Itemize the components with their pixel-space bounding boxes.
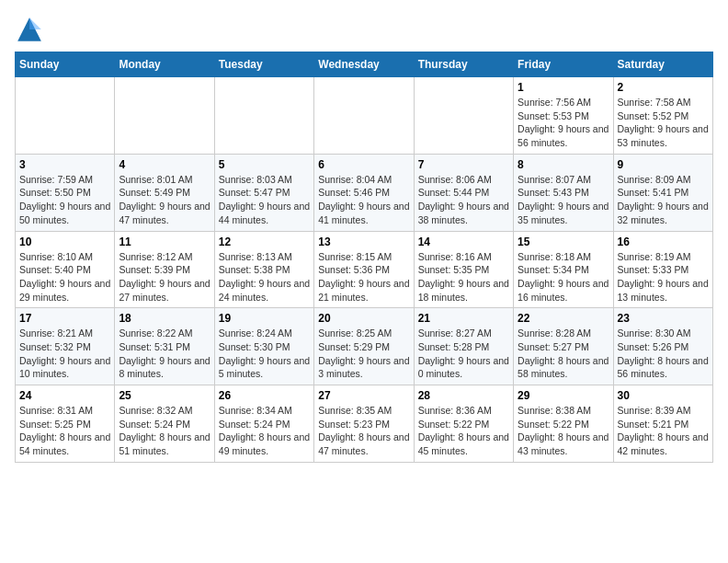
day-info: Sunrise: 7:58 AMSunset: 5:52 PMDaylight:… — [618, 96, 709, 150]
calendar-cell: 24Sunrise: 8:31 AMSunset: 5:25 PMDayligh… — [16, 385, 115, 463]
calendar-cell — [16, 77, 115, 155]
day-info: Sunrise: 8:16 AMSunset: 5:35 PMDaylight:… — [418, 250, 509, 304]
day-info: Sunrise: 8:07 AMSunset: 5:43 PMDaylight:… — [518, 173, 609, 227]
day-number: 11 — [119, 236, 210, 248]
day-info: Sunrise: 8:27 AMSunset: 5:28 PMDaylight:… — [418, 327, 509, 381]
day-number: 26 — [219, 389, 310, 402]
day-number: 2 — [618, 81, 709, 94]
calendar-header-row: SundayMondayTuesdayWednesdayThursdayFrid… — [16, 52, 713, 77]
calendar-cell: 5Sunrise: 8:03 AMSunset: 5:47 PMDaylight… — [214, 154, 313, 231]
day-info: Sunrise: 8:21 AMSunset: 5:32 PMDaylight:… — [19, 327, 110, 381]
calendar-cell: 26Sunrise: 8:34 AMSunset: 5:24 PMDayligh… — [214, 385, 313, 463]
day-number: 12 — [219, 236, 310, 248]
day-number: 4 — [119, 158, 210, 171]
day-number: 3 — [19, 158, 110, 171]
day-info: Sunrise: 8:09 AMSunset: 5:41 PMDaylight:… — [618, 173, 709, 227]
day-info: Sunrise: 8:35 AMSunset: 5:23 PMDaylight:… — [318, 404, 409, 458]
day-number: 21 — [418, 312, 509, 325]
calendar-cell: 30Sunrise: 8:39 AMSunset: 5:21 PMDayligh… — [613, 385, 712, 463]
day-info: Sunrise: 8:18 AMSunset: 5:34 PMDaylight:… — [518, 250, 609, 304]
day-info: Sunrise: 8:30 AMSunset: 5:26 PMDaylight:… — [618, 327, 709, 381]
day-info: Sunrise: 8:22 AMSunset: 5:31 PMDaylight:… — [119, 327, 210, 381]
day-info: Sunrise: 8:25 AMSunset: 5:29 PMDaylight:… — [318, 327, 409, 381]
calendar-cell: 27Sunrise: 8:35 AMSunset: 5:23 PMDayligh… — [314, 385, 414, 463]
calendar-week-row: 24Sunrise: 8:31 AMSunset: 5:25 PMDayligh… — [16, 385, 713, 463]
day-info: Sunrise: 8:39 AMSunset: 5:21 PMDaylight:… — [618, 404, 709, 458]
day-info: Sunrise: 8:04 AMSunset: 5:46 PMDaylight:… — [318, 173, 409, 227]
calendar-cell: 10Sunrise: 8:10 AMSunset: 5:40 PMDayligh… — [16, 231, 115, 308]
calendar-cell: 19Sunrise: 8:24 AMSunset: 5:30 PMDayligh… — [214, 308, 313, 385]
calendar-cell: 23Sunrise: 8:30 AMSunset: 5:26 PMDayligh… — [613, 308, 712, 385]
calendar: SundayMondayTuesdayWednesdayThursdayFrid… — [15, 52, 713, 463]
day-header: Wednesday — [314, 52, 414, 77]
day-header: Monday — [115, 52, 214, 77]
calendar-week-row: 3Sunrise: 7:59 AMSunset: 5:50 PMDaylight… — [16, 154, 713, 231]
calendar-cell: 1Sunrise: 7:56 AMSunset: 5:53 PMDaylight… — [514, 77, 613, 155]
day-info: Sunrise: 8:03 AMSunset: 5:47 PMDaylight:… — [219, 173, 310, 227]
day-number: 13 — [318, 236, 409, 248]
day-header: Thursday — [414, 52, 513, 77]
day-info: Sunrise: 8:34 AMSunset: 5:24 PMDaylight:… — [219, 404, 310, 458]
day-number: 7 — [418, 158, 509, 171]
day-number: 25 — [119, 389, 210, 402]
day-header: Tuesday — [214, 52, 313, 77]
page-header — [15, 15, 713, 44]
calendar-cell: 21Sunrise: 8:27 AMSunset: 5:28 PMDayligh… — [414, 308, 513, 385]
day-number: 19 — [219, 312, 310, 325]
calendar-cell: 13Sunrise: 8:15 AMSunset: 5:36 PMDayligh… — [314, 231, 414, 308]
calendar-cell: 20Sunrise: 8:25 AMSunset: 5:29 PMDayligh… — [314, 308, 414, 385]
calendar-cell: 12Sunrise: 8:13 AMSunset: 5:38 PMDayligh… — [214, 231, 313, 308]
day-number: 29 — [518, 389, 609, 402]
calendar-cell: 18Sunrise: 8:22 AMSunset: 5:31 PMDayligh… — [115, 308, 214, 385]
calendar-cell — [414, 77, 513, 155]
day-number: 14 — [418, 236, 509, 248]
logo — [15, 15, 48, 44]
day-number: 5 — [219, 158, 310, 171]
calendar-cell: 22Sunrise: 8:28 AMSunset: 5:27 PMDayligh… — [514, 308, 613, 385]
calendar-cell: 15Sunrise: 8:18 AMSunset: 5:34 PMDayligh… — [514, 231, 613, 308]
day-info: Sunrise: 8:32 AMSunset: 5:24 PMDaylight:… — [119, 404, 210, 458]
day-info: Sunrise: 7:59 AMSunset: 5:50 PMDaylight:… — [19, 173, 110, 227]
day-number: 18 — [119, 312, 210, 325]
day-info: Sunrise: 8:31 AMSunset: 5:25 PMDaylight:… — [19, 404, 110, 458]
calendar-cell: 14Sunrise: 8:16 AMSunset: 5:35 PMDayligh… — [414, 231, 513, 308]
day-number: 27 — [318, 389, 409, 402]
day-number: 30 — [618, 389, 709, 402]
calendar-cell: 6Sunrise: 8:04 AMSunset: 5:46 PMDaylight… — [314, 154, 414, 231]
calendar-cell — [214, 77, 313, 155]
day-number: 1 — [518, 81, 609, 94]
day-header: Sunday — [16, 52, 115, 77]
calendar-cell — [314, 77, 414, 155]
calendar-cell: 25Sunrise: 8:32 AMSunset: 5:24 PMDayligh… — [115, 385, 214, 463]
day-info: Sunrise: 8:12 AMSunset: 5:39 PMDaylight:… — [119, 250, 210, 304]
calendar-cell — [115, 77, 214, 155]
day-info: Sunrise: 8:01 AMSunset: 5:49 PMDaylight:… — [119, 173, 210, 227]
calendar-week-row: 17Sunrise: 8:21 AMSunset: 5:32 PMDayligh… — [16, 308, 713, 385]
calendar-week-row: 10Sunrise: 8:10 AMSunset: 5:40 PMDayligh… — [16, 231, 713, 308]
day-number: 10 — [19, 236, 110, 248]
day-number: 28 — [418, 389, 509, 402]
day-number: 23 — [618, 312, 709, 325]
day-header: Friday — [514, 52, 613, 77]
day-info: Sunrise: 8:06 AMSunset: 5:44 PMDaylight:… — [418, 173, 509, 227]
day-info: Sunrise: 8:24 AMSunset: 5:30 PMDaylight:… — [219, 327, 310, 381]
logo-icon — [15, 15, 44, 44]
calendar-cell: 9Sunrise: 8:09 AMSunset: 5:41 PMDaylight… — [613, 154, 712, 231]
calendar-cell: 16Sunrise: 8:19 AMSunset: 5:33 PMDayligh… — [613, 231, 712, 308]
day-info: Sunrise: 7:56 AMSunset: 5:53 PMDaylight:… — [518, 96, 609, 150]
day-info: Sunrise: 8:28 AMSunset: 5:27 PMDaylight:… — [518, 327, 609, 381]
day-number: 22 — [518, 312, 609, 325]
calendar-cell: 4Sunrise: 8:01 AMSunset: 5:49 PMDaylight… — [115, 154, 214, 231]
calendar-cell: 28Sunrise: 8:36 AMSunset: 5:22 PMDayligh… — [414, 385, 513, 463]
day-number: 8 — [518, 158, 609, 171]
day-info: Sunrise: 8:38 AMSunset: 5:22 PMDaylight:… — [518, 404, 609, 458]
day-number: 6 — [318, 158, 409, 171]
day-info: Sunrise: 8:36 AMSunset: 5:22 PMDaylight:… — [418, 404, 509, 458]
day-info: Sunrise: 8:19 AMSunset: 5:33 PMDaylight:… — [618, 250, 709, 304]
day-number: 20 — [318, 312, 409, 325]
day-number: 24 — [19, 389, 110, 402]
day-number: 9 — [618, 158, 709, 171]
calendar-cell: 8Sunrise: 8:07 AMSunset: 5:43 PMDaylight… — [514, 154, 613, 231]
day-number: 16 — [618, 236, 709, 248]
calendar-cell: 7Sunrise: 8:06 AMSunset: 5:44 PMDaylight… — [414, 154, 513, 231]
